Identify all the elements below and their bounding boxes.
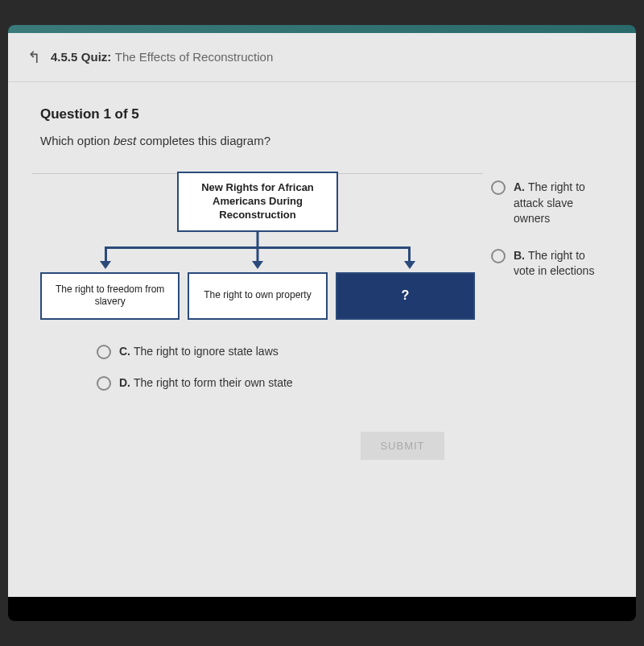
connector-line [257,232,259,246]
option-a[interactable]: A.The right to attack slave owners [491,180,604,227]
option-text: A.The right to attack slave owners [514,180,604,227]
diagram-unknown-box: ? [336,272,475,320]
option-content: The right to form their own state [134,376,293,389]
option-letter: B. [514,249,525,262]
question-section: Question 1 of 5 Which option best comple… [8,82,636,164]
diagram-connectors [40,232,475,272]
options-column-right: A.The right to attack slave owners B.The… [491,164,604,320]
question-prompt: Which option best completes this diagram… [40,134,604,147]
radio-icon[interactable] [97,345,111,359]
option-letter: A. [514,180,525,193]
status-bar [8,25,636,33]
section-number: 4.5.5 [51,50,77,64]
diagram-area: New Rights for African Americans During … [40,164,475,320]
radio-icon[interactable] [97,376,111,391]
prompt-prefix: Which option [40,134,114,147]
option-text: C.The right to ignore state laws [119,344,279,360]
options-column-bottom: C.The right to ignore state laws D.The r… [8,320,636,391]
radio-icon[interactable] [491,180,506,195]
question-number: Question 1 of 5 [40,106,604,122]
device-frame: ↰ 4.5.5 Quiz: The Effects of Reconstruct… [8,25,636,621]
back-arrow-icon[interactable]: ↰ [27,48,41,67]
option-content: The right to vote in elections [514,249,594,278]
option-letter: D. [119,376,130,389]
quiz-title: The Effects of Reconstruction [115,50,274,64]
quiz-label: Quiz: [81,50,112,64]
arrow-down-icon [100,261,111,269]
diagram-root-box: New Rights for African Americans During … [177,172,338,232]
connector-line [408,246,411,263]
diagram-children-row: The right to freedom from slavery The ri… [40,272,475,320]
submit-area: SUBMIT [8,408,636,460]
diagram-child-box: The right to own property [188,272,327,320]
content-area: ↰ 4.5.5 Quiz: The Effects of Reconstruct… [8,33,636,597]
header-text: 4.5.5 Quiz: The Effects of Reconstructio… [51,50,273,64]
diagram-child-box: The right to freedom from slavery [40,272,180,320]
option-content: The right to ignore state laws [134,345,279,358]
option-d[interactable]: D.The right to form their own state [97,375,604,391]
prompt-suffix: completes this diagram? [136,134,270,147]
quiz-header: ↰ 4.5.5 Quiz: The Effects of Reconstruct… [8,33,636,82]
radio-icon[interactable] [491,249,506,263]
main-body: New Rights for African Americans During … [8,164,636,320]
option-b[interactable]: B.The right to vote in elections [491,248,604,280]
connector-line [105,246,107,263]
connector-line [257,246,259,263]
submit-button[interactable]: SUBMIT [361,432,444,460]
prompt-emphasis: best [114,134,136,147]
option-text: B.The right to vote in elections [514,248,604,280]
option-text: D.The right to form their own state [119,375,293,391]
arrow-down-icon [252,261,263,269]
option-c[interactable]: C.The right to ignore state laws [97,344,604,360]
arrow-down-icon [404,261,415,269]
option-letter: C. [119,345,130,358]
